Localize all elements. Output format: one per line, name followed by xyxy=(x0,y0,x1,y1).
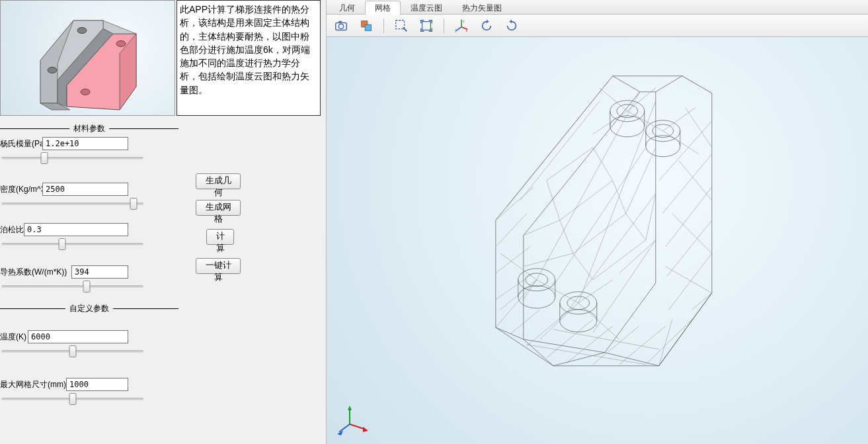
svg-line-60 xyxy=(495,187,533,220)
svg-line-79 xyxy=(685,107,711,147)
poisson-label: 泊松比 xyxy=(0,224,24,236)
tab-geometry[interactable]: 几何 xyxy=(329,1,365,15)
density-label: 密度(Kg/m^3) xyxy=(0,184,42,195)
svg-line-99 xyxy=(539,302,578,339)
tab-mesh[interactable]: 网格 xyxy=(365,1,401,15)
svg-line-115 xyxy=(619,240,655,273)
svg-line-28 xyxy=(612,75,639,91)
one-click-compute-button[interactable]: 一键计算 xyxy=(196,258,241,274)
svg-line-114 xyxy=(645,193,655,240)
section-material: 材料参数 xyxy=(0,123,178,134)
youngs-slider[interactable] xyxy=(1,157,143,159)
conduct-slider[interactable] xyxy=(1,285,143,288)
mesh-input[interactable] xyxy=(66,378,128,391)
svg-point-7 xyxy=(77,28,87,34)
svg-line-87 xyxy=(592,240,655,332)
svg-line-78 xyxy=(682,75,711,93)
svg-point-8 xyxy=(48,67,57,73)
tab-temperature-cloud[interactable]: 温度云图 xyxy=(401,1,452,15)
compute-button[interactable]: 计算 xyxy=(206,229,234,245)
svg-line-75 xyxy=(665,187,711,246)
generate-geometry-button[interactable]: 生成几何 xyxy=(196,173,241,189)
camera-icon[interactable] xyxy=(332,17,350,35)
density-slider[interactable] xyxy=(1,202,143,205)
geometry-preview xyxy=(0,0,175,116)
svg-rect-13 xyxy=(338,21,342,22)
svg-text:y: y xyxy=(455,28,457,32)
svg-line-65 xyxy=(526,312,566,345)
svg-line-98 xyxy=(578,302,619,339)
svg-line-62 xyxy=(520,101,599,200)
svg-line-111 xyxy=(523,253,572,266)
svg-line-112 xyxy=(523,279,536,299)
svg-line-66 xyxy=(546,319,592,357)
poisson-input[interactable] xyxy=(24,223,128,236)
fit-view-icon[interactable] xyxy=(417,17,436,35)
svg-line-21 xyxy=(456,26,461,30)
temp-slider[interactable] xyxy=(1,350,143,353)
axis-gadget xyxy=(336,404,370,437)
svg-line-93 xyxy=(662,130,698,154)
temp-label: 温度(K) xyxy=(0,332,28,343)
section-custom: 自定义参数 xyxy=(0,303,178,314)
svg-point-55 xyxy=(518,285,555,308)
svg-line-31 xyxy=(495,327,523,339)
svg-point-12 xyxy=(338,24,343,28)
svg-line-58 xyxy=(495,246,530,273)
svg-line-17 xyxy=(403,27,407,31)
svg-rect-15 xyxy=(365,24,371,30)
tabs: 几何 网格 温度云图 热力矢量图 xyxy=(327,0,868,15)
svg-line-86 xyxy=(566,193,655,312)
svg-line-110 xyxy=(523,220,559,235)
density-input[interactable] xyxy=(42,183,128,196)
zoom-box-icon[interactable] xyxy=(392,17,411,35)
svg-line-73 xyxy=(658,120,711,180)
svg-line-101 xyxy=(559,180,612,220)
svg-line-107 xyxy=(612,180,625,213)
svg-marker-26 xyxy=(509,19,512,22)
rotate-ccw-icon[interactable] xyxy=(477,17,496,35)
left-panel: 此APP计算了梯形连接件的热分析，该结构是用来固定主体结构的，主体结构要耐热，以… xyxy=(0,0,326,444)
svg-line-64 xyxy=(510,309,539,333)
svg-text:x: x xyxy=(465,28,467,32)
svg-marker-25 xyxy=(487,19,489,22)
generate-mesh-button[interactable]: 生成网格 xyxy=(196,200,241,216)
mesh-slider[interactable] xyxy=(1,398,143,400)
svg-line-95 xyxy=(500,279,536,309)
right-panel: 几何 网格 温度云图 热力矢量图 z x y xyxy=(326,0,868,444)
svg-line-100 xyxy=(546,147,592,180)
svg-rect-16 xyxy=(396,20,405,28)
svg-line-116 xyxy=(658,319,672,365)
svg-rect-18 xyxy=(422,21,431,30)
conduct-label: 导热系数(W/(m*K)) xyxy=(0,267,71,278)
svg-marker-121 xyxy=(363,427,368,432)
svg-line-113 xyxy=(625,147,655,213)
svg-line-81 xyxy=(672,213,711,253)
svg-line-71 xyxy=(526,344,645,364)
poisson-slider[interactable] xyxy=(1,243,143,245)
svg-line-61 xyxy=(506,75,612,206)
youngs-input[interactable] xyxy=(42,137,128,150)
viewer-toolbar: z x y xyxy=(327,15,868,37)
tab-heat-vector[interactable]: 热力矢量图 xyxy=(452,1,512,15)
conduct-input[interactable] xyxy=(71,265,128,279)
viewer-canvas[interactable] xyxy=(327,37,868,444)
svg-line-34 xyxy=(553,352,604,365)
mesh-label: 最大网格尺寸(mm) xyxy=(0,379,66,390)
svg-line-88 xyxy=(599,87,627,111)
axes-icon[interactable]: z x y xyxy=(452,17,471,35)
temp-input[interactable] xyxy=(28,330,128,343)
rotate-cw-icon[interactable] xyxy=(502,17,521,35)
svg-line-74 xyxy=(662,154,711,213)
copy-view-icon[interactable] xyxy=(357,17,375,35)
svg-text:z: z xyxy=(463,19,465,22)
svg-line-108 xyxy=(625,213,645,240)
svg-point-9 xyxy=(116,41,126,47)
svg-line-89 xyxy=(627,87,655,111)
svg-line-96 xyxy=(536,279,578,302)
svg-line-77 xyxy=(668,253,711,309)
svg-line-80 xyxy=(678,160,711,200)
mesh-wireframe xyxy=(394,48,817,418)
svg-point-53 xyxy=(610,115,644,136)
svg-line-94 xyxy=(500,253,536,279)
